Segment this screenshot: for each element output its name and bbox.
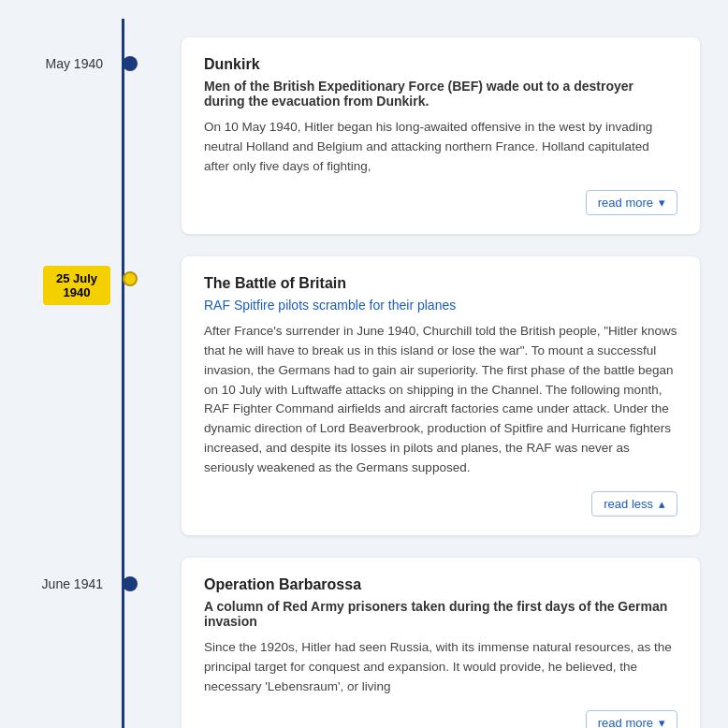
card-subtitle-dunkirk: Men of the British Expeditionary Force (…	[204, 79, 677, 109]
chevron-bob: ▴	[659, 497, 665, 511]
card-title-dunkirk: Dunkirk	[204, 56, 677, 73]
card-title-bob: The Battle of Britain	[204, 275, 677, 292]
date-bob-text: 25 July1940	[56, 271, 97, 299]
timeline-items: May 1940 Dunkirk Men of the British Expe…	[0, 37, 728, 728]
timeline-dot-barbarossa	[123, 576, 138, 591]
card-bob: The Battle of Britain RAF Spitfire pilot…	[182, 256, 700, 535]
left-section-dunkirk: May 1940	[0, 37, 122, 71]
date-barbarossa: June 1941	[0, 558, 122, 591]
read-more-dunkirk[interactable]: read more ▾	[586, 190, 677, 215]
timeline-entry-dunkirk: May 1940 Dunkirk Men of the British Expe…	[0, 37, 728, 234]
card-col-barbarossa: Operation Barbarossa A column of Red Arm…	[138, 558, 728, 728]
card-subtitle-barbarossa: A column of Red Army prisoners taken dur…	[204, 599, 677, 629]
card-footer-bob: read less ▴	[204, 491, 677, 517]
date-dunkirk: May 1940	[0, 37, 122, 71]
timeline-entry-barbarossa: June 1941 Operation Barbarossa A column …	[0, 558, 728, 728]
timeline-dot-bob	[123, 271, 138, 286]
left-section-bob: 25 July1940	[0, 256, 122, 305]
read-less-bob[interactable]: read less ▴	[591, 491, 677, 517]
chevron-dunkirk: ▾	[659, 196, 665, 210]
card-title-barbarossa: Operation Barbarossa	[204, 576, 677, 593]
card-col-dunkirk: Dunkirk Men of the British Expeditionary…	[138, 37, 728, 234]
timeline-entry-battle-of-britain: 25 July1940 The Battle of Britain RAF Sp…	[0, 256, 728, 535]
read-more-label-barbarossa: read more	[598, 716, 653, 728]
card-barbarossa: Operation Barbarossa A column of Red Arm…	[182, 558, 700, 728]
read-more-barbarossa[interactable]: read more ▾	[586, 710, 677, 728]
card-text-dunkirk: On 10 May 1940, Hitler began his long-aw…	[204, 118, 677, 177]
page-container: May 1940 Dunkirk Men of the British Expe…	[0, 19, 728, 728]
card-col-bob: The Battle of Britain RAF Spitfire pilot…	[138, 256, 728, 535]
card-text-bob: After France's surrender in June 1940, C…	[204, 322, 677, 478]
date-bob-highlighted: 25 July1940	[43, 266, 110, 305]
timeline-dot-dunkirk	[123, 56, 138, 71]
card-footer-dunkirk: read more ▾	[204, 190, 677, 215]
dot-col-bob	[122, 256, 138, 286]
card-subtitle-bob[interactable]: RAF Spitfire pilots scramble for their p…	[204, 298, 677, 313]
card-dunkirk: Dunkirk Men of the British Expeditionary…	[182, 37, 700, 234]
chevron-barbarossa: ▾	[659, 716, 665, 728]
card-footer-barbarossa: read more ▾	[204, 710, 677, 728]
left-section-barbarossa: June 1941	[0, 558, 122, 591]
dot-col-barbarossa	[122, 558, 138, 591]
dot-col-dunkirk	[122, 37, 138, 71]
read-more-label-dunkirk: read more	[598, 196, 653, 210]
card-text-barbarossa: Since the 1920s, Hitler had seen Russia,…	[204, 638, 677, 697]
read-less-label-bob: read less	[604, 497, 653, 511]
